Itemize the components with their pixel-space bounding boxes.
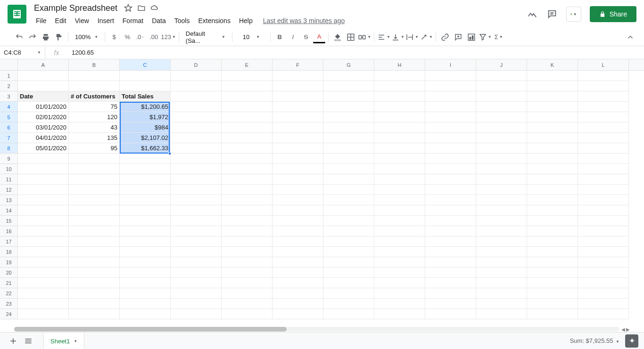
cell[interactable] <box>171 247 222 257</box>
cell[interactable] <box>527 268 578 278</box>
cell[interactable] <box>120 81 171 91</box>
cell[interactable] <box>476 257 527 268</box>
horizontal-scrollbar[interactable]: ◀▶ <box>14 326 630 332</box>
cell[interactable] <box>476 112 527 122</box>
percent-icon[interactable]: % <box>121 31 133 43</box>
cell[interactable] <box>272 133 323 143</box>
cell[interactable] <box>272 81 323 91</box>
cell[interactable]: $1,972 <box>120 112 171 122</box>
cell[interactable] <box>69 71 120 81</box>
cell[interactable] <box>171 174 222 185</box>
cell[interactable] <box>323 236 374 247</box>
cell[interactable] <box>18 278 69 288</box>
cell[interactable] <box>323 185 374 195</box>
cell[interactable] <box>374 226 425 236</box>
cell[interactable] <box>374 122 425 133</box>
cell[interactable] <box>69 205 120 216</box>
cell[interactable] <box>69 81 120 91</box>
cell[interactable] <box>222 143 272 154</box>
menu-view[interactable]: View <box>71 15 93 26</box>
cell[interactable] <box>120 71 171 81</box>
cell[interactable] <box>272 143 323 154</box>
cell[interactable] <box>18 154 69 164</box>
cell[interactable] <box>222 154 272 164</box>
cell[interactable] <box>18 81 69 91</box>
cell[interactable] <box>18 257 69 268</box>
cell[interactable] <box>222 81 272 91</box>
cell[interactable] <box>222 174 272 185</box>
cell[interactable] <box>476 236 527 247</box>
cell[interactable] <box>527 154 578 164</box>
cell[interactable] <box>171 205 222 216</box>
cell[interactable] <box>578 205 629 216</box>
cell[interactable] <box>527 288 578 299</box>
cell[interactable] <box>425 205 476 216</box>
cell[interactable] <box>18 268 69 278</box>
cell[interactable] <box>222 91 272 102</box>
cell[interactable] <box>120 216 171 226</box>
cell[interactable] <box>171 268 222 278</box>
cell[interactable] <box>272 309 323 319</box>
row-header[interactable]: 12 <box>0 185 18 195</box>
cell[interactable] <box>171 164 222 174</box>
col-header-h[interactable]: H <box>374 59 425 70</box>
cell[interactable] <box>578 143 629 154</box>
cell[interactable] <box>222 112 272 122</box>
cell[interactable] <box>222 71 272 81</box>
rotate-text-icon[interactable]: ▼ <box>420 31 433 43</box>
cell[interactable] <box>222 288 272 299</box>
cell[interactable] <box>120 154 171 164</box>
cell[interactable] <box>120 236 171 247</box>
cell[interactable] <box>18 299 69 309</box>
cell[interactable] <box>171 143 222 154</box>
row-header[interactable]: 1 <box>0 71 18 81</box>
cell[interactable] <box>476 268 527 278</box>
cell[interactable] <box>272 195 323 205</box>
cell[interactable] <box>527 143 578 154</box>
cell[interactable] <box>323 205 374 216</box>
cell[interactable] <box>425 236 476 247</box>
activity-icon[interactable] <box>527 8 538 20</box>
cell[interactable] <box>323 154 374 164</box>
cell[interactable] <box>527 205 578 216</box>
cell[interactable]: 03/01/2020 <box>18 122 69 133</box>
row-header[interactable]: 3 <box>0 91 18 102</box>
cell[interactable] <box>527 122 578 133</box>
cell[interactable] <box>120 257 171 268</box>
cell[interactable] <box>578 185 629 195</box>
cell[interactable]: 04/01/2020 <box>18 133 69 143</box>
cell[interactable] <box>527 102 578 112</box>
row-header[interactable]: 20 <box>0 268 18 278</box>
cell[interactable] <box>69 257 120 268</box>
cell[interactable] <box>171 185 222 195</box>
cell[interactable] <box>476 71 527 81</box>
cell[interactable] <box>476 164 527 174</box>
cell[interactable] <box>171 216 222 226</box>
cell[interactable] <box>323 195 374 205</box>
cell[interactable] <box>272 174 323 185</box>
cell[interactable]: $1,200.65 <box>120 102 171 112</box>
menu-tools[interactable]: Tools <box>171 15 194 26</box>
cell[interactable] <box>120 247 171 257</box>
col-header-d[interactable]: D <box>171 59 222 70</box>
cell[interactable] <box>476 195 527 205</box>
all-sheets-icon[interactable] <box>21 333 36 349</box>
row-header[interactable]: 10 <box>0 164 18 174</box>
cell[interactable] <box>222 278 272 288</box>
cell[interactable] <box>18 164 69 174</box>
scroll-left-icon[interactable]: ◀ <box>621 327 625 332</box>
cell[interactable] <box>222 102 272 112</box>
row-header[interactable]: 7 <box>0 133 18 143</box>
filter-icon[interactable]: ▼ <box>479 31 492 43</box>
cell[interactable] <box>222 257 272 268</box>
cell[interactable] <box>425 122 476 133</box>
cell[interactable] <box>323 133 374 143</box>
cell[interactable] <box>69 268 120 278</box>
cell[interactable] <box>323 174 374 185</box>
fill-color-icon[interactable] <box>331 31 344 43</box>
cell[interactable] <box>323 216 374 226</box>
menu-extensions[interactable]: Extensions <box>194 15 234 26</box>
cell[interactable] <box>425 185 476 195</box>
cell[interactable] <box>425 71 476 81</box>
cell[interactable] <box>18 226 69 236</box>
